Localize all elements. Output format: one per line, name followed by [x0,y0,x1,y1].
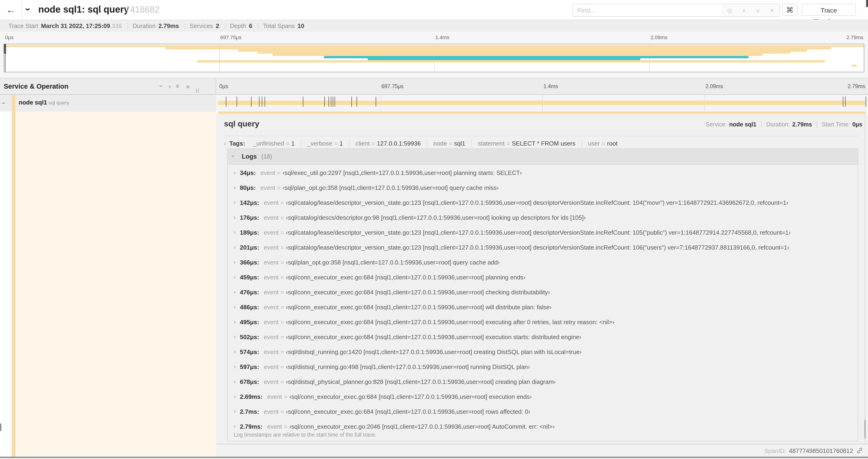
expand-one-icon[interactable]: › [168,82,171,90]
chevron-right-icon: › [234,363,236,370]
minimap-span-bar [258,52,791,54]
panel-scrollbar-track[interactable] [865,114,865,444]
logs-collapse-chevron-icon[interactable]: › [230,155,237,157]
jaeger-trace-view: ← › node sql1: sql query 7418682 ◎ ∧ ∨ ✕… [0,0,868,459]
keyboard-shortcuts-button[interactable]: ⌘ [782,4,798,16]
minimap-span-rows [4,44,864,72]
log-entry[interactable]: ›495μs:event=‹sql/conn_executor_exec.go:… [228,315,858,329]
span-detail-panel: sql query Service:node sql1 Duration:2.7… [216,114,868,444]
chevron-right-icon: › [234,169,236,176]
page-scrollbar-thumb-top[interactable] [866,0,868,7]
tag-value: 1 [291,140,294,147]
log-tick [335,96,335,107]
ruler-tick-label: 697.75μs [220,35,242,40]
log-entry[interactable]: ›2.7ms:event=‹sql/conn_executor_exec.go:… [228,404,858,419]
log-entry[interactable]: ›476μs:event=‹sql/conn_executor_exec.go:… [228,285,858,299]
logs-header[interactable]: › Logs (18) [228,149,858,165]
command-icon: ⌘ [786,6,794,14]
log-entry[interactable]: ›366μs:event=‹sql/plan_opt.go:358 [nsql1… [228,255,858,270]
log-tick [324,96,325,107]
trace-view-dropdown[interactable]: Trace Timeline⌄ [802,4,856,16]
collapse-all-icon[interactable]: » [174,84,182,88]
ruler-tick-label: 2.79ms [846,35,863,40]
minimap-span-bar [238,50,807,52]
log-entry[interactable]: ›678μs:event=‹sql/distsql_physical_plann… [228,374,858,389]
log-field-value: ‹sql/conn_executor_exec.go:684 [nsql1,cl… [286,273,525,281]
log-entry[interactable]: ›201μs:event=‹sql/catalog/lease/descript… [228,240,858,255]
back-button[interactable]: ← [0,0,22,20]
log-field-value: ‹sql/plan_opt.go:358 [nsql1,client=127.0… [286,259,500,266]
equals-sign: = [371,140,375,147]
next-result-icon[interactable]: ∨ [756,7,760,14]
clear-search-icon[interactable]: ✕ [770,7,775,14]
log-entry[interactable]: ›176μs:event=‹sql/catalog/descs/descript… [228,210,858,225]
log-timestamp: 189μs: [240,229,259,236]
log-entry[interactable]: ›574μs:event=‹sql/distsql_running.go:142… [228,344,858,359]
log-field-key: event [267,393,282,400]
match-highlight-icon[interactable]: ◎ [727,7,733,14]
equals-sign: = [280,408,284,415]
tag-key: statement [478,140,504,147]
log-timestamp: 142μs: [240,199,259,206]
minimap-scrubber-handle[interactable] [4,44,6,54]
chevron-right-icon: › [234,333,236,340]
log-tick [303,96,303,107]
meta-start-time: Start Time:0μs [817,121,862,128]
log-field-value: ‹sql/distsql_running.go:498 [nsql1,clien… [286,363,530,370]
log-field-value: ‹sql/exec_util.go:2297 [nsql1,client=127… [283,169,522,176]
tag-item: node=sql1 [427,140,472,147]
span-row-name-cell[interactable]: › node sql1 sql query [0,95,216,111]
log-field-value: ‹sql/distsql_physical_planner.go:828 [ns… [286,378,556,385]
log-field-value: ‹sql/catalog/descs/descriptor.go:98 [nsq… [286,214,586,221]
log-entry[interactable]: ›189μs:event=‹sql/catalog/lease/descript… [228,225,858,240]
log-tick [329,96,329,107]
trace-collapse-chevron-icon[interactable]: › [23,8,34,11]
span-row[interactable]: › node sql1 sql query [0,95,868,111]
equals-sign: = [280,289,284,296]
log-field-key: event [264,214,279,221]
log-entry[interactable]: ›142μs:event=‹sql/catalog/lease/descript… [228,195,858,210]
log-tick [226,96,226,107]
collapse-one-icon[interactable]: › [158,85,166,87]
log-entry[interactable]: ›34μs:event=‹sql/exec_util.go:2297 [nsql… [228,165,858,180]
minimap-span-bar [852,65,857,67]
chevron-right-icon: › [234,304,236,310]
log-entry[interactable]: ›80μs:event=‹sql/plan_opt.go:358 [nsql1,… [228,180,858,195]
copy-link-icon[interactable] [856,447,863,454]
log-field-value: ‹sql/distsql_running.go:1420 [nsql1,clie… [286,348,582,355]
log-entry[interactable]: ›502μs:event=‹sql/conn_executor_exec.go:… [228,329,858,344]
tags-row[interactable]: › Tags: _unfinished=1_verbose=1client=12… [224,140,624,147]
meta-duration-label: Duration: [766,121,790,128]
log-entry[interactable]: ›597μs:event=‹sql/distsql_running.go:498… [228,359,858,374]
panel-scrollbar-thumb[interactable] [864,420,865,438]
find-group: ◎ ∧ ∨ ✕ [572,4,780,17]
log-field-key: event [264,229,279,236]
tags-expand-chevron-icon[interactable]: › [224,140,226,147]
total-spans-label: Total Spans [263,22,295,29]
log-entry[interactable]: ›2.79ms:event=‹sql/conn_executor_exec.go… [228,419,858,434]
log-tick [375,96,376,107]
log-entry[interactable]: ›486μs:event=‹sql/conn_executor_exec.go:… [228,299,858,315]
log-field-value: ‹sql/conn_executor_exec.go:684 [nsql1,cl… [289,393,532,400]
span-collapse-chevron-icon[interactable]: › [0,102,7,104]
total-spans-value: 10 [298,22,304,29]
left-scrollbar-thumb[interactable] [0,424,1,431]
window-bottom-edge [0,457,868,458]
logs-title: Logs [242,153,257,160]
duration-value: 2.79ms [158,22,179,29]
depth-label: Depth [230,22,246,29]
trace-start-millis: .326 [110,22,122,29]
expand-all-icon[interactable]: » [186,82,190,90]
equals-sign: = [280,259,284,266]
minimap-canvas[interactable] [4,44,864,72]
log-field-key: event [267,423,282,430]
log-entry[interactable]: ›2.69ms:event=‹sql/conn_executor_exec.go… [228,389,858,404]
log-field-key: event [264,259,279,266]
equals-sign: = [449,140,452,147]
log-entry[interactable]: ›459μs:event=‹sql/conn_executor_exec.go:… [228,270,858,285]
find-input[interactable] [572,4,722,16]
column-resize-grip[interactable] [195,89,199,93]
timeline-ruler: 0μs697.75μs1.4ms2.09ms2.79ms [218,78,866,94]
prev-result-icon[interactable]: ∧ [742,7,746,14]
chevron-right-icon: › [234,214,236,221]
